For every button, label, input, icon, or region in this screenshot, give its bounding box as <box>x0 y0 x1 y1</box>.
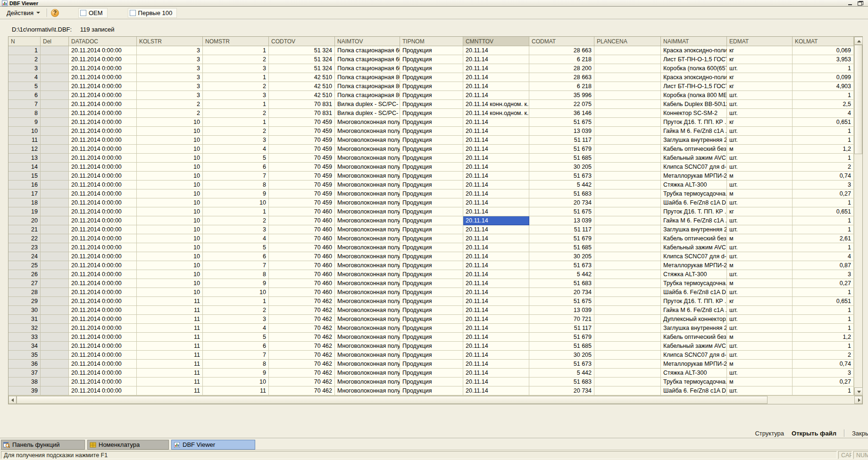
first100-checkbox-box[interactable] <box>130 10 136 16</box>
cell-kolstr[interactable]: 3 <box>137 82 203 91</box>
cell-nomstr[interactable]: 5 <box>203 154 269 163</box>
cell-tipnom[interactable]: Продукция <box>400 118 463 127</box>
cell-naimmat[interactable]: Краска эпоксидно-поли... <box>661 73 727 82</box>
cell-kolmat[interactable]: 1,2 <box>793 145 854 154</box>
cell-naimmat[interactable]: Лист БТ-ПН-О-1,5 ГОСТ... <box>661 82 727 91</box>
vertical-scrollbar[interactable] <box>854 37 862 395</box>
cell-kolstr[interactable]: 11 <box>137 306 203 315</box>
cell-codmat[interactable]: 5 442 <box>529 181 594 189</box>
cell-cmnttov[interactable]: 20.11.14 <box>463 333 529 342</box>
cell-nomstr[interactable]: 10 <box>203 198 269 207</box>
column-header-datadoc[interactable]: DATADOC <box>69 37 137 46</box>
cell-codmat[interactable]: 51 685 <box>529 154 594 163</box>
cell-nomstr[interactable]: 3 <box>203 136 269 145</box>
cell-tipnom[interactable]: Продукция <box>400 261 463 270</box>
cell-kolstr[interactable]: 10 <box>137 172 203 181</box>
cell-kolstr[interactable]: 11 <box>137 324 203 333</box>
horizontal-scrollbar-thumb[interactable] <box>17 396 768 404</box>
oem-checkbox[interactable]: OEM <box>78 8 108 18</box>
cell-plancena[interactable] <box>594 315 661 324</box>
cell-datadoc[interactable]: 20.11.2014 0:00:00 <box>69 324 137 333</box>
cell-del[interactable] <box>41 315 69 324</box>
scroll-left-button[interactable] <box>8 396 17 404</box>
cell-codtov[interactable]: 70 462 <box>269 315 335 324</box>
cell-codtov[interactable]: 70 460 <box>269 234 335 243</box>
cell-nomstr[interactable]: 2 <box>203 306 269 315</box>
cell-tipnom[interactable]: Продукция <box>400 145 463 154</box>
cell-kolstr[interactable]: 2 <box>137 109 203 118</box>
cell-codtov[interactable]: 70 460 <box>269 252 335 261</box>
cell-cmnttov[interactable]: 20.11.14 <box>463 73 529 82</box>
cell-codmat[interactable]: 30 205 <box>529 252 594 261</box>
column-header-del[interactable]: Del <box>41 37 69 46</box>
cell-kolstr[interactable]: 11 <box>137 378 203 386</box>
cell-kolstr[interactable]: 11 <box>137 297 203 306</box>
cell-cmnttov[interactable]: 20.11.14 <box>463 163 529 172</box>
cell-codtov[interactable]: 70 459 <box>269 189 335 198</box>
cell-naimtov[interactable]: Многоволоконная полу... <box>335 189 400 198</box>
cell-codtov[interactable]: 70 462 <box>269 360 335 369</box>
cell-nomstr[interactable]: 1 <box>203 118 269 127</box>
cell-naimmat[interactable]: Коробка (полка 800 МЕ... <box>661 91 727 100</box>
cell-edmat[interactable]: шт. <box>727 369 793 378</box>
cell-nomstr[interactable]: 6 <box>203 163 269 172</box>
cell-datadoc[interactable]: 20.11.2014 0:00:00 <box>69 315 137 324</box>
cell-n[interactable]: 37 <box>8 369 41 378</box>
cell-del[interactable] <box>41 297 69 306</box>
cell-naimmat[interactable]: Кабельный зажим AVC ... <box>661 243 727 252</box>
cell-del[interactable] <box>41 46 69 55</box>
cell-del[interactable] <box>41 234 69 243</box>
cell-codtov[interactable]: 70 462 <box>269 386 335 395</box>
cell-naimtov[interactable]: Полка стационарная 80... <box>335 73 400 82</box>
cell-cmnttov[interactable]: 20.11.14 <box>463 279 529 288</box>
cell-codtov[interactable]: 51 324 <box>269 55 335 64</box>
cell-kolstr[interactable]: 3 <box>137 91 203 100</box>
cell-codmat[interactable]: 6 218 <box>529 55 594 64</box>
cell-kolmat[interactable]: 1 <box>793 154 854 163</box>
cell-codtov[interactable]: 70 831 <box>269 109 335 118</box>
cell-kolmat[interactable]: 3 <box>793 270 854 279</box>
cell-kolmat[interactable]: 1,2 <box>793 333 854 342</box>
cell-plancena[interactable] <box>594 225 661 234</box>
cell-tipnom[interactable]: Продукция <box>400 216 463 225</box>
cell-naimmat[interactable]: Заглушка внутренняя 2... <box>661 324 727 333</box>
tab-function-panel[interactable]: Панель функций <box>1 440 85 450</box>
cell-datadoc[interactable]: 20.11.2014 0:00:00 <box>69 163 137 172</box>
cell-tipnom[interactable]: Продукция <box>400 252 463 261</box>
cell-del[interactable] <box>41 55 69 64</box>
cell-codmat[interactable]: 51 683 <box>529 279 594 288</box>
cell-datadoc[interactable]: 20.11.2014 0:00:00 <box>69 189 137 198</box>
cell-edmat[interactable]: шт. <box>727 216 793 225</box>
cell-codtov[interactable]: 70 460 <box>269 288 335 297</box>
cell-codtov[interactable]: 70 460 <box>269 216 335 225</box>
cell-edmat[interactable]: шт. <box>727 225 793 234</box>
cell-cmnttov[interactable]: 20.11.14 <box>463 154 529 163</box>
cell-edmat[interactable]: м <box>727 145 793 154</box>
cell-del[interactable] <box>41 324 69 333</box>
cell-del[interactable] <box>41 261 69 270</box>
cell-n[interactable]: 10 <box>8 127 41 136</box>
cell-edmat[interactable]: шт. <box>727 342 793 351</box>
cell-edmat[interactable]: шт. <box>727 306 793 315</box>
cell-tipnom[interactable]: Продукция <box>400 306 463 315</box>
cell-tipnom[interactable]: Продукция <box>400 100 463 109</box>
cell-naimtov[interactable]: Многоволоконная полу... <box>335 261 400 270</box>
cell-naimtov[interactable]: Многоволоконная полу... <box>335 198 400 207</box>
cell-codmat[interactable]: 51 673 <box>529 360 594 369</box>
cell-del[interactable] <box>41 333 69 342</box>
cell-codtov[interactable]: 70 462 <box>269 333 335 342</box>
cell-plancena[interactable] <box>594 243 661 252</box>
cell-plancena[interactable] <box>594 351 661 360</box>
cell-datadoc[interactable]: 20.11.2014 0:00:00 <box>69 127 137 136</box>
cell-nomstr[interactable]: 4 <box>203 145 269 154</box>
cell-edmat[interactable]: м <box>727 360 793 369</box>
cell-codmat[interactable]: 51 679 <box>529 234 594 243</box>
cell-kolmat[interactable]: 3 <box>793 181 854 189</box>
cell-kolstr[interactable]: 10 <box>137 154 203 163</box>
cell-plancena[interactable] <box>594 261 661 270</box>
cell-plancena[interactable] <box>594 136 661 145</box>
cell-tipnom[interactable]: Продукция <box>400 315 463 324</box>
cell-datadoc[interactable]: 20.11.2014 0:00:00 <box>69 145 137 154</box>
cell-plancena[interactable] <box>594 109 661 118</box>
cell-edmat[interactable]: м <box>727 234 793 243</box>
